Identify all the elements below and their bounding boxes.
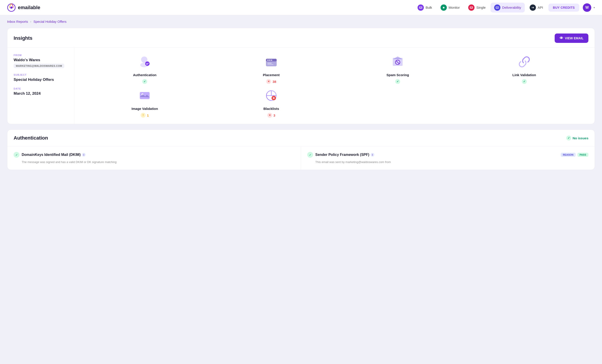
date-section: DATE March 12, 2024 (14, 87, 68, 96)
monitor-nav-label: Monitor (449, 6, 460, 9)
subject-value: Special Holiday Offers (14, 77, 68, 82)
spf-info-icon[interactable]: i (371, 153, 374, 157)
metric-blacklists-name: Blacklists (263, 107, 279, 110)
metric-link-validation-status: ✓ (522, 79, 527, 84)
metric-image-validation-name: Image Validation (131, 107, 158, 110)
spf-cell: ✓ Sender Policy Framework (SPF) i REASON… (301, 147, 595, 170)
metric-authentication[interactable]: Authentication ✓ (82, 54, 208, 84)
metric-image-validation-status: ! 1 (141, 113, 149, 118)
spam-scoring-icon (390, 54, 406, 70)
bulk-nav-icon (418, 4, 424, 11)
dkim-info-icon[interactable]: i (82, 153, 86, 157)
dkim-title: DomainKeys Identified Mail (DKIM) i (22, 153, 86, 157)
spf-badges: REASON PASS (561, 153, 588, 157)
image-validation-icon (137, 87, 153, 104)
link-validation-icon (516, 54, 532, 70)
link-check-icon: ✓ (522, 79, 527, 84)
metric-spam-scoring[interactable]: Spam Scoring ✓ (334, 54, 461, 84)
metric-blacklists-status: ✕ 3 (267, 113, 275, 118)
single-nav-icon (468, 4, 474, 11)
from-section: FROM Waldo's Wares MARKETING@WALDOSWARES… (14, 54, 68, 68)
bulk-nav-label: Bulk (426, 6, 432, 9)
image-warn-icon: ! (141, 113, 146, 118)
metric-image-validation[interactable]: Image Validation ! 1 (82, 87, 208, 118)
authentication-section-title: Authentication (14, 135, 48, 141)
deliverability-nav-icon (494, 4, 500, 11)
pass-badge: PASS (577, 153, 588, 157)
svg-point-1 (10, 7, 12, 9)
no-issues-check-icon: ✓ (566, 136, 571, 140)
monitor-nav-icon (441, 4, 447, 11)
reason-badge: REASON (561, 153, 576, 157)
placement-icon (263, 54, 279, 70)
blacklists-icon (263, 87, 279, 104)
from-label: FROM (14, 54, 68, 56)
metric-authentication-status: ✓ (142, 79, 147, 84)
authentication-icon (137, 54, 153, 70)
single-nav-label: Single (476, 6, 486, 9)
navbar: emailable Bulk Monitor Single (0, 0, 602, 15)
subject-label: SUBJECT (14, 74, 68, 76)
spam-check-icon: ✓ (395, 79, 400, 84)
dkim-header: ✓ DomainKeys Identified Mail (DKIM) i (14, 152, 294, 158)
breadcrumb-separator-icon: › (30, 20, 31, 23)
nav-items: Bulk Monitor Single Deliverability (414, 3, 547, 12)
dkim-cell: ✓ DomainKeys Identified Mail (DKIM) i Th… (7, 147, 301, 170)
svg-rect-18 (140, 92, 150, 99)
blacklists-count: 3 (274, 113, 275, 117)
app-name: emailable (18, 5, 40, 11)
insights-header: Insights 👁 VIEW EMAIL (7, 28, 595, 47)
svg-rect-13 (269, 60, 270, 61)
nav-item-bulk[interactable]: Bulk (414, 3, 436, 12)
buy-credits-button[interactable]: BUY CREDITS (548, 4, 579, 12)
authentication-section-card: Authentication ✓ No issues ✓ DomainKeys … (7, 129, 595, 170)
authentication-section-header: Authentication ✓ No issues (7, 130, 595, 146)
avatar[interactable]: W (583, 3, 591, 12)
api-nav-icon (530, 4, 536, 11)
insights-card: Insights 👁 VIEW EMAIL FROM Waldo's Wares… (7, 28, 595, 124)
nav-item-api[interactable]: API (526, 3, 547, 12)
dkim-check-icon: ✓ (14, 152, 20, 158)
svg-rect-14 (271, 60, 272, 61)
svg-rect-4 (496, 7, 499, 9)
api-nav-label: API (538, 6, 543, 9)
authentication-check-icon: ✓ (142, 79, 147, 84)
metric-authentication-name: Authentication (133, 73, 157, 77)
spf-check-icon: ✓ (307, 152, 313, 158)
spf-header: ✓ Sender Policy Framework (SPF) i REASON… (307, 152, 588, 158)
metric-blacklists[interactable]: Blacklists ✕ 3 (208, 87, 335, 118)
svg-rect-12 (267, 60, 269, 61)
email-meta-panel: FROM Waldo's Wares MARKETING@WALDOSWARES… (7, 48, 74, 124)
image-count: 1 (147, 113, 149, 117)
from-email-badge: MARKETING@WALDOSWARES.COM (14, 64, 64, 68)
nav-item-single[interactable]: Single (465, 3, 489, 12)
breadcrumb-current: Special Holiday Offers (33, 20, 66, 23)
deliverability-nav-label: Deliverability (502, 6, 521, 9)
from-name: Waldo's Wares (14, 58, 68, 62)
metric-placement-status: ✕ 38 (266, 79, 276, 84)
date-label: DATE (14, 87, 68, 90)
view-email-btn-label: VIEW EMAIL (565, 36, 583, 40)
spf-title: Sender Policy Framework (SPF) i (315, 153, 559, 157)
emailable-logo-icon (7, 3, 16, 12)
user-menu-chevron-icon[interactable]: ▾ (593, 6, 595, 9)
eye-icon: 👁 (559, 36, 563, 40)
authentication-section-body: ✓ DomainKeys Identified Mail (DKIM) i Th… (7, 146, 595, 170)
metrics-grid: Authentication ✓ (74, 48, 595, 124)
metric-spam-scoring-name: Spam Scoring (387, 73, 409, 77)
view-email-button[interactable]: 👁 VIEW EMAIL (555, 33, 588, 43)
breadcrumb: Inbox Reports › Special Holiday Offers (0, 15, 602, 28)
metric-placement-name: Placement (263, 73, 280, 77)
metric-placement[interactable]: Placement ✕ 38 (208, 54, 335, 84)
no-issues-badge: ✓ No issues (566, 136, 588, 140)
logo-area: emailable (7, 3, 40, 12)
metric-spam-scoring-status: ✓ (395, 79, 400, 84)
nav-item-monitor[interactable]: Monitor (437, 3, 463, 12)
dkim-description: The message was signed and has a valid D… (14, 160, 294, 164)
insights-body: FROM Waldo's Wares MARKETING@WALDOSWARES… (7, 47, 595, 124)
metric-link-validation-name: Link Validation (513, 73, 536, 77)
main-content: Insights 👁 VIEW EMAIL FROM Waldo's Wares… (0, 28, 602, 177)
nav-item-deliverability[interactable]: Deliverability (491, 3, 525, 12)
metric-link-validation[interactable]: Link Validation ✓ (461, 54, 588, 84)
breadcrumb-parent-link[interactable]: Inbox Reports (7, 20, 28, 23)
